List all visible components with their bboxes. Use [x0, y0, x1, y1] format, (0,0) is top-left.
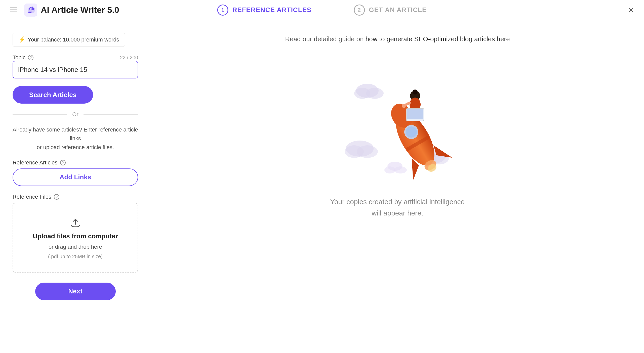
guide-link[interactable]: how to generate SEO-optimized blog artic…: [366, 35, 510, 43]
step-2: 2 GET AN ARTICLE: [354, 5, 427, 16]
already-text: Already have some articles? Enter refere…: [13, 125, 138, 152]
ref-files-info-icon[interactable]: ?: [54, 194, 59, 200]
close-button[interactable]: ×: [628, 5, 634, 15]
reference-articles-section: Reference Articles ? Add Links: [13, 159, 138, 186]
step-1-label: REFERENCE ARTICLES: [232, 6, 312, 14]
bolt-icon: ⚡: [18, 36, 25, 43]
ref-files-label: Reference Files ?: [13, 194, 138, 200]
right-panel: Read our detailed guide on how to genera…: [151, 20, 644, 353]
svg-point-4: [366, 88, 384, 99]
search-articles-button[interactable]: Search Articles: [13, 86, 93, 104]
app-logo-icon: [24, 4, 37, 17]
step-1: 1 REFERENCE ARTICLES: [217, 5, 312, 16]
add-links-button[interactable]: Add Links: [13, 168, 138, 186]
upload-sub: or drag and drop here: [49, 244, 102, 250]
svg-point-12: [384, 166, 395, 173]
topic-label: Topic ?: [13, 54, 33, 61]
app-title: AI Article Writer 5.0: [41, 5, 119, 15]
svg-point-24: [402, 104, 406, 108]
rocket-illustration: [335, 58, 460, 184]
main-layout: ⚡ Your balance: 10,000 premium words Top…: [0, 20, 644, 353]
topic-section: Topic ? 22 / 200: [13, 54, 138, 78]
step-2-circle: 2: [354, 5, 365, 16]
step-2-label: GET AN ARTICLE: [369, 6, 427, 14]
topnav: AI Article Writer 5.0 1 REFERENCE ARTICL…: [0, 0, 644, 20]
topic-input[interactable]: [13, 61, 138, 78]
upload-icon: [69, 216, 82, 229]
upload-area[interactable]: Upload files from computer or drag and d…: [13, 203, 138, 273]
svg-point-1: [31, 8, 34, 10]
logo-area: AI Article Writer 5.0: [24, 4, 119, 17]
upload-title: Upload files from computer: [33, 232, 118, 240]
guide-text: Read our detailed guide on how to genera…: [285, 35, 510, 43]
rocket-svg: [335, 58, 460, 184]
balance-badge: ⚡ Your balance: 10,000 premium words: [13, 33, 125, 47]
or-divider: Or: [13, 111, 138, 118]
steps-indicator: 1 REFERENCE ARTICLES 2 GET AN ARTICLE: [217, 5, 427, 16]
svg-point-13: [394, 166, 407, 173]
left-panel: ⚡ Your balance: 10,000 premium words Top…: [0, 20, 151, 353]
step-divider: [317, 10, 348, 10]
reference-files-section: Reference Files ? Upload files from comp…: [13, 194, 138, 273]
char-count: 22 / 200: [120, 55, 138, 61]
svg-rect-26: [407, 109, 423, 119]
svg-point-7: [357, 145, 378, 158]
upload-hint: (.pdf up to 25MB in size): [48, 254, 103, 259]
next-button[interactable]: Next: [35, 283, 116, 300]
step-1-circle: 1: [217, 5, 228, 16]
topic-info-icon[interactable]: ?: [28, 55, 33, 60]
balance-text: Your balance: 10,000 premium words: [28, 36, 119, 43]
ref-articles-info-icon[interactable]: ?: [60, 160, 66, 165]
topic-row: Topic ? 22 / 200: [13, 54, 138, 61]
svg-point-22: [413, 90, 418, 95]
placeholder-text: Your copies created by artificial intell…: [330, 196, 465, 219]
ref-articles-label: Reference Articles ?: [13, 159, 138, 166]
hamburger-button[interactable]: [10, 8, 17, 12]
